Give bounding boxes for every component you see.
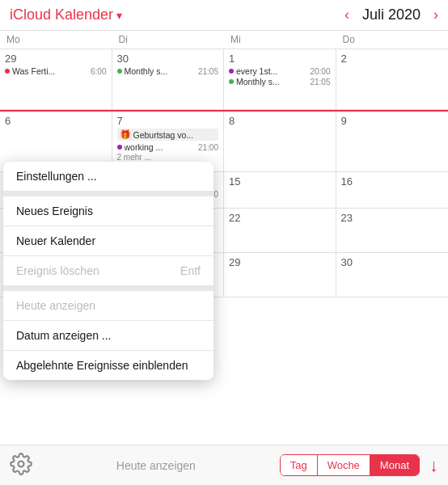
menu-item-neuer-kalender[interactable]: Neuer Kalender (3, 226, 213, 256)
settings-button[interactable] (10, 453, 32, 478)
view-tab-monat[interactable]: Monat (370, 455, 419, 475)
svg-point-0 (19, 462, 24, 467)
shortcut-label: Entf (180, 264, 201, 277)
menu-item-heute-anzeigen: Heute anzeigen (3, 291, 213, 321)
menu-item-neues-ereignis[interactable]: Neues Ereignis (3, 196, 213, 226)
view-tab-woche[interactable]: Woche (318, 455, 370, 475)
view-tab-tag[interactable]: Tag (281, 455, 318, 475)
bottom-toolbar: Heute anzeigen Tag Woche Monat ↓ (0, 445, 448, 485)
menu-item-abgelehnte[interactable]: Abgelehnte Ereignisse einblenden (3, 351, 213, 380)
menu-item-datum-anzeigen[interactable]: Datum anzeigen ... (3, 321, 213, 351)
toolbar-left (10, 453, 32, 478)
context-menu: Einstellungen ... Neues Ereignis Neuer K… (3, 162, 213, 380)
menu-item-ereignis-loeschen: Ereignis löschen Entf (3, 256, 213, 286)
heute-anzeigen-button[interactable]: Heute anzeigen (116, 459, 196, 472)
download-button[interactable]: ↓ (429, 455, 438, 476)
view-switcher: Tag Woche Monat ↓ (280, 454, 438, 476)
overlay[interactable]: Einstellungen ... Neues Ereignis Neuer K… (0, 0, 448, 485)
toolbar-center: Heute anzeigen (32, 458, 280, 473)
view-tabs-group: Tag Woche Monat (280, 454, 420, 476)
menu-item-einstellungen[interactable]: Einstellungen ... (3, 162, 213, 192)
toolbar-right: ↓ (429, 455, 438, 476)
